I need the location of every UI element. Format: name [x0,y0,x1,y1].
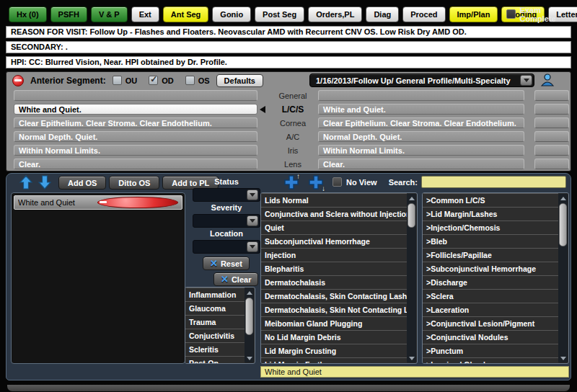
scroll-up-button[interactable] [407,194,416,202]
scroll-thumb[interactable] [559,203,567,246]
checkbox-box[interactable] [113,76,122,85]
od-field[interactable] [14,90,257,101]
chevron-down-icon[interactable] [247,215,258,226]
exam-profile-dropdown[interactable]: 1/16/2013/Follow Up/ General Profile/Mul… [309,74,534,87]
row-label[interactable]: A/C [268,133,318,141]
scrollbar[interactable] [245,288,254,362]
field-options-button[interactable] [534,159,569,169]
finding-list-item[interactable]: Subconjunctival Hemorrhage [261,234,407,248]
finding-group-item[interactable]: >Follicles/Papillae [423,248,558,262]
move-up-icon[interactable] [18,174,34,190]
finding-list-item[interactable]: Lid Margin Crusting [261,344,407,357]
os-field[interactable]: Normal Depth. Quiet. [318,131,524,142]
category-list-item[interactable]: Trauma [185,315,245,329]
tab[interactable]: Diag [366,6,399,22]
finding-list-item[interactable]: No Lid Margin Debris [261,330,407,344]
field-options-button[interactable] [534,131,569,142]
row-label[interactable]: L/C/S [268,104,318,115]
finding-list-item[interactable]: Lids Normal [261,193,407,207]
tab[interactable]: Imp/Plan [449,6,498,22]
tab[interactable]: Proced [402,6,445,22]
od-field[interactable]: Normal Depth. Quiet. [14,131,257,142]
scroll-up-button[interactable] [245,288,254,297]
scroll-down-button[interactable] [558,354,568,362]
tab[interactable]: Orders,PL [308,6,362,22]
clear-button[interactable]: ✕ Clear [213,272,258,286]
finding-list-item[interactable]: Dermatochalasis [261,275,407,289]
secondary-row[interactable]: SECONDARY: . [6,41,571,53]
checkbox-box[interactable] [506,9,516,19]
tab[interactable]: Hx (0) [9,6,47,22]
finding-group-item[interactable]: >Common L/C/S [423,193,558,207]
tab[interactable]: Ant Seg [163,6,209,22]
action-button[interactable]: Add OS [58,176,106,190]
scroll-down-button[interactable] [407,354,416,362]
finding-list-item[interactable]: Dermatochalasis, Skin Not Contacting Las… [261,303,407,316]
row-label[interactable]: General [268,92,318,100]
category-list-item[interactable]: Glaucoma [185,301,245,315]
selected-findings-panel[interactable]: White and Quiet [11,192,185,364]
remove-item-icon[interactable] [97,197,178,208]
finding-group-item[interactable]: >Conjunctival Nodules [423,330,558,344]
finding-group-item[interactable]: >Injection/Chemosis [423,220,558,234]
finding-list-item[interactable]: Dermatochalasis, Skin Contacting Lashes [261,289,407,303]
defaults-button[interactable]: Defaults [216,74,263,87]
scroll-up-button[interactable] [558,194,568,202]
checkbox-box[interactable] [149,76,158,85]
no-entry-icon[interactable] [12,75,24,86]
os-field[interactable] [318,90,524,101]
selected-finding-item[interactable]: White and Quiet [14,195,182,210]
tab[interactable]: Post Seg [255,6,304,22]
field-options-button[interactable] [534,104,569,115]
scroll-thumb[interactable] [408,203,415,228]
eye-checkbox[interactable]: OD [149,76,174,85]
category-list-item[interactable]: Conjuctivitis [185,329,245,342]
finding-group-item[interactable]: >Lacrimal Gland [423,357,558,364]
action-button[interactable]: Ditto OS [109,176,159,190]
profile-person-icon[interactable] [540,73,555,87]
scrollbar[interactable] [558,194,568,362]
tab[interactable]: V & P [91,6,128,22]
add-down-icon[interactable]: ↓ [307,174,325,191]
od-field[interactable]: Within Normal Limits. [14,145,257,156]
row-label[interactable]: Lens [268,160,318,169]
chevron-down-icon[interactable] [247,241,258,252]
od-field[interactable]: White and Quiet. [14,104,257,115]
category-list-item[interactable]: Inflammation [185,288,245,301]
od-field[interactable]: Clear Epithelium. Clear Stroma. Clear En… [14,117,257,128]
field-options-button[interactable] [534,90,569,101]
field-options-button[interactable] [534,117,569,128]
scroll-down-button[interactable] [245,354,254,362]
chevron-down-icon[interactable] [520,75,532,86]
finding-group-item[interactable]: >Subconjunctival Hemorrhage [423,262,558,275]
exam-complete-checkbox[interactable]: Exam Complete [506,6,577,23]
filter-dropdown[interactable] [193,188,260,202]
finding-list-item[interactable]: Meibomian Gland Plugging [261,316,407,330]
os-field[interactable]: Within Normal Limits. [318,145,524,156]
eye-checkbox[interactable]: OU [113,76,138,85]
finding-list-item[interactable]: Lid Margin Froth [261,357,407,364]
tab[interactable]: Gonio [212,6,251,22]
checkbox-box[interactable] [332,177,342,187]
add-up-icon[interactable]: ↑ [282,174,301,191]
reason-for-visit-row[interactable]: REASON FOR VISIT: Follow Up - Flashes an… [6,26,571,38]
reset-button[interactable]: ✕ Reset [203,257,250,270]
category-list-item[interactable]: Scleritis [185,342,245,356]
chevron-down-icon[interactable] [247,190,258,200]
finding-list-item[interactable]: Blepharitis [261,262,407,275]
field-options-button[interactable] [534,145,569,156]
finding-list-item[interactable]: Injection [261,248,407,262]
os-field[interactable]: White and Quiet. [318,104,524,115]
category-list-item[interactable]: Post-Op [185,356,245,364]
os-field[interactable]: Clear. [318,159,524,169]
filter-dropdown[interactable] [193,214,260,228]
search-input[interactable] [421,176,566,188]
hpi-row[interactable]: HPI: CC: Blurred Vision, Near. HPI obtai… [6,56,571,68]
os-field[interactable]: Clear Epithelium. Clear Stroma. Clear En… [318,117,524,128]
finding-group-item[interactable]: >Bleb [423,234,558,248]
tab[interactable]: Ext [131,6,159,22]
finding-group-item[interactable]: >Discharge [423,275,558,289]
od-field[interactable]: Clear. [14,159,257,169]
eye-checkbox[interactable]: OS [185,76,210,85]
finding-list-item[interactable]: Quiet [261,220,407,234]
